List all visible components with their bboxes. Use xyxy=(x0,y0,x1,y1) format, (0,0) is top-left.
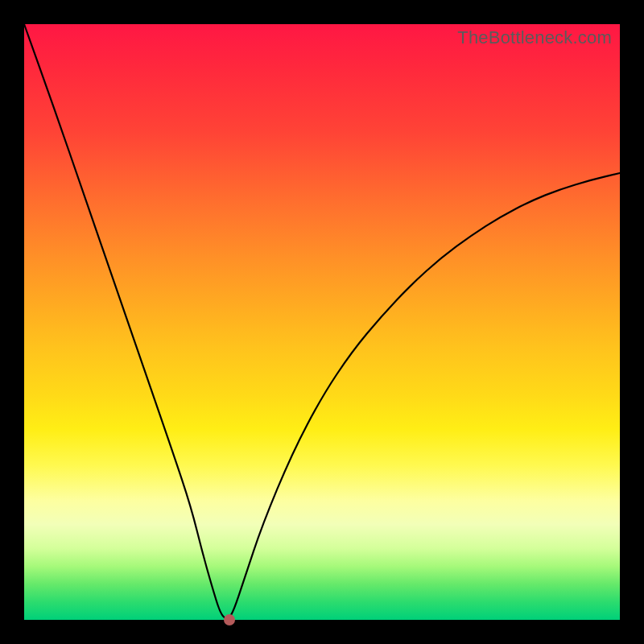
min-bottleneck-marker xyxy=(224,614,235,625)
chart-frame: TheBottleneck.com xyxy=(0,0,644,644)
plot-area: TheBottleneck.com xyxy=(24,24,620,620)
bottleneck-curve xyxy=(24,24,620,620)
